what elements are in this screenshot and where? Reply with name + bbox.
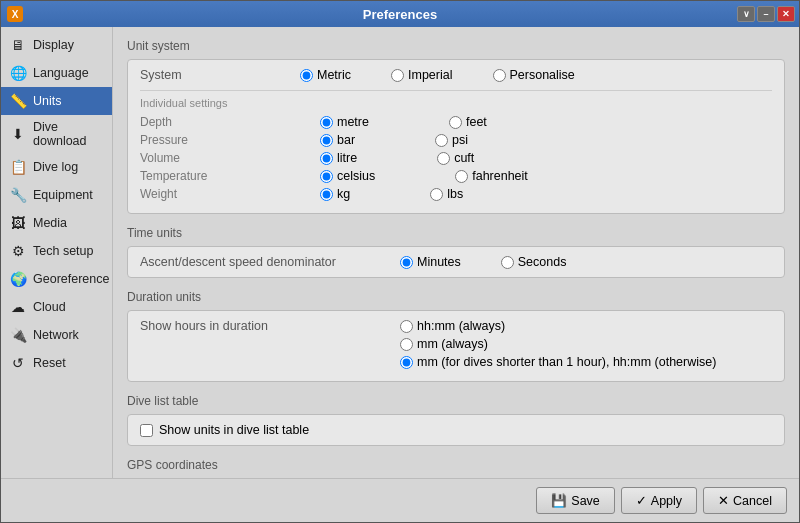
sidebar-item-georeference[interactable]: 🌍 Georeference [1,265,112,293]
litre-option[interactable]: litre [320,151,357,165]
window-title: Preferences [363,7,437,22]
dive-list-box: Show units in dive list table [127,414,785,446]
depth-label: Depth [140,115,320,129]
individual-settings: Individual settings Depth metre feet [140,90,772,201]
sidebar-item-cloud[interactable]: ☁ Cloud [1,293,112,321]
metric-option[interactable]: Metric [300,68,351,82]
save-button[interactable]: 💾 Save [536,487,615,514]
sidebar-item-display[interactable]: 🖥 Display [1,31,112,59]
feet-radio[interactable] [449,116,462,129]
celsius-option[interactable]: celsius [320,169,375,183]
feet-option[interactable]: feet [449,115,487,129]
apply-button[interactable]: ✓ Apply [621,487,697,514]
display-icon: 🖥 [9,36,27,54]
window-controls: ∨ – ✕ [737,6,795,22]
metric-label: Metric [317,68,351,82]
kg-label: kg [337,187,350,201]
chevron-down-btn[interactable]: ∨ [737,6,755,22]
titlebar: X Preferences ∨ – ✕ [1,1,799,27]
dive-download-icon: ⬇ [9,125,27,143]
seconds-radio[interactable] [501,256,514,269]
media-icon: 🖼 [9,214,27,232]
personalise-radio[interactable] [493,69,506,82]
sidebar-item-units[interactable]: 📏 Units [1,87,112,115]
sidebar-item-media[interactable]: 🖼 Media [1,209,112,237]
psi-radio[interactable] [435,134,448,147]
sidebar-item-tech-setup[interactable]: ⚙ Tech setup [1,237,112,265]
personalise-option[interactable]: Personalise [493,68,575,82]
sidebar-label-media: Media [33,216,67,230]
personalise-label: Personalise [510,68,575,82]
metre-radio[interactable] [320,116,333,129]
sidebar-label-georeference: Georeference [33,272,109,286]
volume-options: litre cuft [320,151,514,165]
show-units-row[interactable]: Show units in dive list table [140,423,772,437]
gps-title: GPS coordinates [127,458,785,472]
kg-radio[interactable] [320,188,333,201]
litre-label: litre [337,151,357,165]
sidebar-label-display: Display [33,38,74,52]
sidebar-label-dive-log: Dive log [33,160,78,174]
cuft-radio[interactable] [437,152,450,165]
tech-setup-icon: ⚙ [9,242,27,260]
cancel-button[interactable]: ✕ Cancel [703,487,787,514]
metric-radio[interactable] [300,69,313,82]
show-hours-label: Show hours in duration [140,319,400,333]
minimize-btn[interactable]: – [757,6,775,22]
time-units-row: Ascent/descent speed denominator Minutes… [140,255,772,269]
volume-row: Volume litre cuft [140,151,772,165]
bar-option[interactable]: bar [320,133,355,147]
metre-label: metre [337,115,369,129]
sidebar-item-language[interactable]: 🌐 Language [1,59,112,87]
kg-option[interactable]: kg [320,187,350,201]
lbs-option[interactable]: lbs [430,187,463,201]
georeference-icon: 🌍 [9,270,27,288]
psi-option[interactable]: psi [435,133,468,147]
dive-log-icon: 📋 [9,158,27,176]
sidebar-label-network: Network [33,328,79,342]
seconds-option[interactable]: Seconds [501,255,567,269]
feet-label: feet [466,115,487,129]
sidebar-label-equipment: Equipment [33,188,93,202]
imperial-label: Imperial [408,68,452,82]
show-units-checkbox[interactable] [140,424,153,437]
sidebar-item-network[interactable]: 🔌 Network [1,321,112,349]
cuft-option[interactable]: cuft [437,151,474,165]
sidebar-label-cloud: Cloud [33,300,66,314]
imperial-option[interactable]: Imperial [391,68,452,82]
fahrenheit-label: fahrenheit [472,169,528,183]
duration-options: hh:mm (always) mm (always) mm (for dives… [400,319,756,369]
seconds-label: Seconds [518,255,567,269]
bar-radio[interactable] [320,134,333,147]
sidebar-item-reset[interactable]: ↺ Reset [1,349,112,377]
close-btn[interactable]: ✕ [777,6,795,22]
app-icon: X [7,6,23,22]
litre-radio[interactable] [320,152,333,165]
sidebar-label-dive-download: Dive download [33,120,104,148]
mm-always-radio[interactable] [400,338,413,351]
temperature-options: celsius fahrenheit [320,169,568,183]
time-units-title: Time units [127,226,785,240]
mm-conditional-radio[interactable] [400,356,413,369]
unit-system-row: System Metric Imperial Personalise [140,68,772,82]
imperial-radio[interactable] [391,69,404,82]
lbs-radio[interactable] [430,188,443,201]
hhmm-always-radio[interactable] [400,320,413,333]
network-icon: 🔌 [9,326,27,344]
fahrenheit-option[interactable]: fahrenheit [455,169,528,183]
sidebar-item-dive-download[interactable]: ⬇ Dive download [1,115,112,153]
minutes-radio[interactable] [400,256,413,269]
language-icon: 🌐 [9,64,27,82]
pressure-label: Pressure [140,133,320,147]
volume-label: Volume [140,151,320,165]
hhmm-always-option[interactable]: hh:mm (always) [400,319,716,333]
sidebar-item-equipment[interactable]: 🔧 Equipment [1,181,112,209]
metre-option[interactable]: metre [320,115,369,129]
depth-options: metre feet [320,115,527,129]
fahrenheit-radio[interactable] [455,170,468,183]
mm-conditional-option[interactable]: mm (for dives shorter than 1 hour), hh:m… [400,355,716,369]
mm-always-option[interactable]: mm (always) [400,337,716,351]
minutes-option[interactable]: Minutes [400,255,461,269]
sidebar-item-dive-log[interactable]: 📋 Dive log [1,153,112,181]
celsius-radio[interactable] [320,170,333,183]
